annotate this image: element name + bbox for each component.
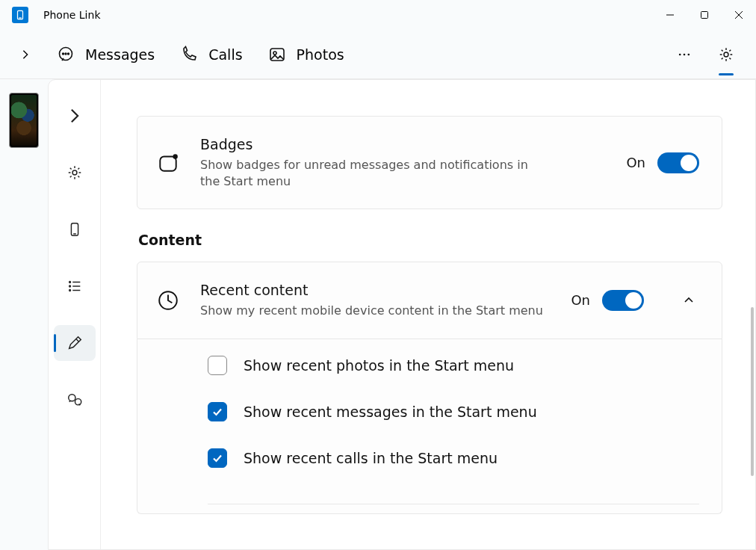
sidebar-expand-button[interactable]: [54, 98, 96, 134]
calls-icon: [180, 46, 198, 64]
tab-calls[interactable]: Calls: [177, 41, 245, 68]
content-section-label: Content: [138, 232, 722, 248]
tab-calls-label: Calls: [208, 46, 242, 63]
option-recent-calls[interactable]: Show recent calls in the Start menu: [208, 448, 699, 468]
recent-content-desc: Show my recent mobile device content in …: [200, 303, 551, 319]
back-button[interactable]: [16, 49, 34, 60]
recent-content-title: Recent content: [200, 282, 551, 298]
svg-point-12: [679, 53, 681, 55]
recent-content-toggle-label: On: [571, 292, 590, 308]
maximize-button[interactable]: [687, 0, 722, 30]
sidebar-item-feedback[interactable]: [54, 382, 96, 418]
svg-point-19: [69, 282, 70, 283]
recent-content-collapse-button[interactable]: [678, 290, 699, 311]
photos-icon: [268, 46, 286, 64]
svg-point-16: [72, 170, 77, 175]
close-button[interactable]: [722, 0, 756, 30]
option-recent-messages[interactable]: Show recent messages in the Start menu: [208, 402, 699, 421]
svg-point-7: [63, 53, 64, 55]
badges-toggle-label: On: [626, 155, 645, 170]
scrollbar[interactable]: [751, 307, 754, 476]
option-recent-photos-label: Show recent photos in the Start menu: [244, 357, 514, 374]
svg-point-13: [684, 53, 686, 55]
minimize-button[interactable]: [653, 0, 687, 30]
sidebar-item-features[interactable]: [54, 268, 96, 304]
settings-content: Badges Show badges for unread messages a…: [101, 80, 755, 549]
recent-content-options: Show recent photos in the Start menu Sho…: [137, 339, 722, 514]
tab-photos[interactable]: Photos: [265, 41, 347, 68]
app-title: Phone Link: [43, 9, 101, 21]
svg-point-29: [173, 154, 177, 158]
setting-card-badges: Badges Show badges for unread messages a…: [137, 116, 722, 209]
checkbox-recent-photos[interactable]: [208, 356, 227, 375]
svg-point-21: [69, 285, 70, 287]
divider: [208, 504, 699, 504]
svg-point-27: [75, 399, 81, 405]
svg-point-9: [68, 53, 69, 55]
checkbox-recent-calls[interactable]: [208, 448, 227, 468]
svg-point-11: [273, 52, 276, 55]
device-thumbnail[interactable]: [9, 93, 39, 148]
tab-messages-label: Messages: [85, 46, 155, 63]
svg-point-15: [724, 52, 728, 57]
svg-point-8: [65, 53, 66, 55]
more-button[interactable]: [671, 41, 698, 68]
option-recent-calls-label: Show recent calls in the Start menu: [244, 450, 498, 466]
svg-point-26: [68, 395, 75, 401]
badges-desc: Show badges for unread messages and noti…: [200, 157, 551, 189]
option-recent-messages-label: Show recent messages in the Start menu: [244, 404, 537, 420]
option-recent-photos[interactable]: Show recent photos in the Start menu: [208, 356, 699, 375]
svg-rect-10: [270, 49, 284, 61]
svg-line-25: [75, 339, 78, 342]
clock-icon: [155, 288, 181, 313]
tab-photos-label: Photos: [297, 46, 344, 63]
svg-rect-28: [160, 156, 176, 170]
sidebar-item-devices[interactable]: [54, 211, 96, 247]
checkbox-recent-messages[interactable]: [208, 402, 227, 421]
badges-title: Badges: [200, 136, 607, 152]
settings-button[interactable]: [713, 41, 740, 68]
sidebar-item-general[interactable]: [54, 155, 96, 191]
tab-messages[interactable]: Messages: [54, 41, 158, 68]
top-tabbar: Messages Calls Photos: [0, 30, 756, 79]
recent-content-toggle[interactable]: [602, 290, 644, 311]
svg-rect-3: [701, 12, 708, 19]
messages-icon: [57, 46, 75, 64]
badges-toggle[interactable]: [657, 152, 699, 173]
app-icon: [12, 7, 28, 23]
settings-sidebar: [49, 80, 101, 549]
setting-card-recent-content: Recent content Show my recent mobile dev…: [137, 262, 722, 339]
badges-icon: [155, 150, 181, 176]
sidebar-item-personalization[interactable]: [54, 325, 96, 361]
svg-point-23: [69, 290, 70, 291]
titlebar: Phone Link: [0, 0, 756, 30]
svg-point-14: [688, 53, 690, 55]
